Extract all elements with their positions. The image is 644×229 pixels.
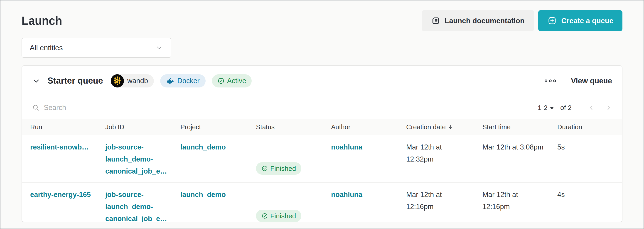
search-input[interactable] bbox=[44, 104, 203, 112]
page-range-dropdown[interactable]: 1-2 bbox=[538, 104, 554, 112]
book-icon bbox=[431, 16, 440, 25]
status-badge: Finished bbox=[256, 162, 301, 175]
author-cell: noahluna bbox=[331, 141, 406, 153]
pagination-nav bbox=[588, 104, 612, 111]
column-header-run[interactable]: Run bbox=[30, 123, 105, 131]
table-header: Run Job ID Project Status Author Creatio… bbox=[22, 119, 622, 135]
job-id-link[interactable]: job-source- launch_demo- canonical_job_e… bbox=[105, 143, 167, 175]
start-time-cell: Mar 12th at 12:16pm bbox=[482, 188, 557, 213]
docker-whale-icon bbox=[166, 77, 174, 85]
column-header-status[interactable]: Status bbox=[256, 123, 331, 131]
status-cell: Finished bbox=[256, 188, 331, 222]
check-circle-icon bbox=[262, 153, 268, 184]
queue-card: Starter queue wandb bbox=[22, 65, 622, 222]
entity-filter-value: All entities bbox=[30, 44, 63, 52]
check-circle-icon bbox=[218, 77, 225, 85]
check-circle-icon bbox=[262, 201, 268, 222]
project-link[interactable]: launch_demo bbox=[180, 191, 226, 198]
queue-state-badge: Active bbox=[212, 74, 252, 87]
job-id-link[interactable]: job-source- launch_demo- canonical_job_e… bbox=[105, 191, 167, 222]
status-badge: Finished bbox=[256, 210, 301, 222]
column-header-duration[interactable]: Duration bbox=[557, 123, 622, 131]
run-link[interactable]: resilient-snowb… bbox=[30, 143, 89, 151]
table-row: earthy-energy-165 job-source- launch_dem… bbox=[22, 183, 622, 222]
view-queue-button[interactable]: View queue bbox=[571, 77, 612, 85]
job-id-cell: job-source- launch_demo- canonical_job_e… bbox=[105, 188, 180, 222]
status-cell: Finished bbox=[256, 141, 331, 175]
create-a-queue-label: Create a queue bbox=[562, 17, 613, 25]
author-link[interactable]: noahluna bbox=[331, 143, 362, 151]
column-header-author[interactable]: Author bbox=[331, 123, 406, 131]
job-id-cell: job-source- launch_demo- canonical_job_e… bbox=[105, 141, 180, 177]
status-label: Finished bbox=[270, 210, 296, 222]
page-title: Launch bbox=[22, 14, 62, 28]
project-link[interactable]: launch_demo bbox=[180, 143, 226, 151]
table-row: resilient-snowb… job-source- launch_demo… bbox=[22, 135, 622, 183]
start-time-cell: Mar 12th at 3:08pm bbox=[482, 141, 557, 153]
launch-page: Launch Launch documentation bbox=[0, 0, 644, 229]
entity-badge-label: wandb bbox=[127, 77, 148, 85]
caret-down-icon bbox=[550, 107, 554, 110]
project-cell: launch_demo bbox=[180, 141, 256, 153]
project-cell: launch_demo bbox=[180, 188, 256, 201]
duration-cell: 5s bbox=[557, 141, 622, 153]
page-range-value: 1-2 bbox=[538, 104, 548, 112]
create-a-queue-button[interactable]: Create a queue bbox=[538, 10, 622, 31]
column-header-start-time[interactable]: Start time bbox=[482, 123, 557, 131]
topbar: Launch Launch documentation bbox=[22, 10, 622, 31]
run-cell: earthy-energy-165 bbox=[30, 188, 105, 201]
entity-badge-wandb[interactable]: wandb bbox=[111, 74, 154, 87]
overflow-menu-icon[interactable] bbox=[542, 77, 558, 85]
chevron-right-icon[interactable] bbox=[605, 104, 612, 111]
pagination: 1-2 of 2 bbox=[538, 104, 612, 112]
search-row: 1-2 of 2 bbox=[22, 96, 622, 119]
author-cell: noahluna bbox=[331, 188, 406, 201]
chevron-down-icon bbox=[156, 44, 163, 52]
launch-documentation-label: Launch documentation bbox=[445, 17, 525, 25]
resource-badge-label: Docker bbox=[177, 77, 200, 85]
duration-cell: 4s bbox=[557, 188, 622, 201]
chevron-left-icon[interactable] bbox=[588, 104, 595, 111]
status-label: Finished bbox=[270, 162, 296, 174]
queue-header: Starter queue wandb bbox=[22, 66, 622, 96]
run-link[interactable]: earthy-energy-165 bbox=[30, 191, 91, 198]
queue-title: Starter queue bbox=[48, 76, 103, 86]
resource-badge-docker: Docker bbox=[160, 74, 205, 87]
run-cell: resilient-snowb… bbox=[30, 141, 105, 153]
column-header-creation-date[interactable]: Creation date bbox=[406, 123, 482, 131]
entity-filter-select[interactable]: All entities bbox=[22, 38, 171, 58]
column-header-job-id[interactable]: Job ID bbox=[105, 123, 180, 131]
column-header-project[interactable]: Project bbox=[180, 123, 256, 131]
search-icon bbox=[32, 104, 40, 112]
topbar-actions: Launch documentation Create a queue bbox=[422, 10, 622, 31]
plus-square-icon bbox=[547, 16, 557, 26]
arrow-down-icon bbox=[448, 124, 454, 130]
collapse-chevron-icon[interactable] bbox=[32, 77, 40, 85]
creation-date-cell: Mar 12th at 12:16pm bbox=[406, 188, 482, 213]
creation-date-cell: Mar 12th at 12:32pm bbox=[406, 141, 482, 165]
wandb-logo bbox=[111, 74, 124, 87]
author-link[interactable]: noahluna bbox=[331, 191, 362, 198]
page-total-label: of 2 bbox=[560, 104, 572, 112]
queue-state-label: Active bbox=[227, 77, 246, 85]
launch-documentation-button[interactable]: Launch documentation bbox=[422, 10, 534, 31]
